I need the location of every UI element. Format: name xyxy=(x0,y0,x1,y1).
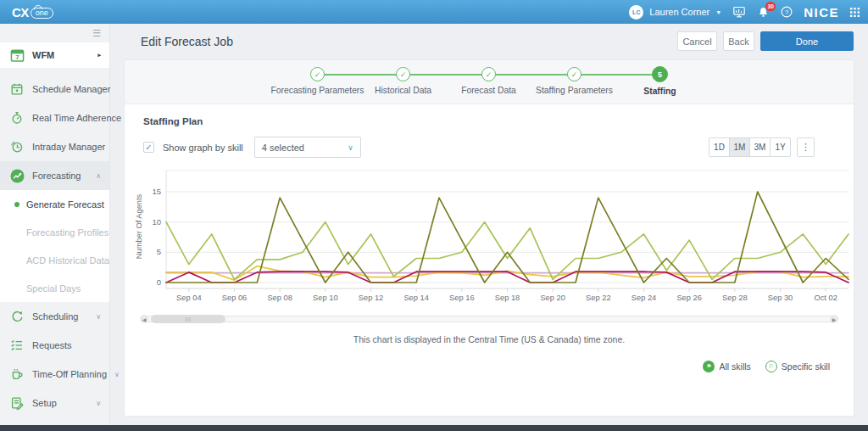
chart-controls: ✓ Show graph by skill 4 selected ∨ 1D1M3… xyxy=(143,137,835,158)
main-content: Edit Forecast Job Cancel Back Done ✓Fore… xyxy=(110,24,868,425)
svg-text:?: ? xyxy=(785,8,789,16)
notifications-bell-icon[interactable]: 30 xyxy=(757,6,770,19)
staffing-chart: 051015Sep 04Sep 06Sep 08Sep 10Sep 12Sep … xyxy=(131,161,847,311)
cancel-button[interactable]: Cancel xyxy=(677,31,717,51)
step-staffing-parameters[interactable]: ✓Staffing Parameters xyxy=(531,67,617,96)
range-button-1m[interactable]: 1M xyxy=(729,137,750,157)
stopwatch-icon xyxy=(10,111,25,126)
flag-icon: ⚐ xyxy=(765,361,777,372)
step-check-icon: ✓ xyxy=(310,67,325,81)
sidebar-item-intraday-manager[interactable]: Intraday Manager xyxy=(0,132,109,161)
range-button-group: 1D1M3M1Y xyxy=(709,137,791,157)
legend-specific-skill[interactable]: ⚐Specific skill xyxy=(765,361,830,372)
page-title: Edit Forecast Job xyxy=(141,35,233,48)
sidebar-item-label: Intraday Manager xyxy=(32,142,105,152)
user-menu[interactable]: LC Lauren Corner ▼ xyxy=(629,5,721,20)
x-tick-label: Sep 08 xyxy=(267,294,292,302)
cxone-logo-one: one xyxy=(31,8,53,19)
step-forecasting-parameters[interactable]: ✓Forecasting Parameters xyxy=(275,67,360,96)
sidebar-item-schedule-manager[interactable]: Schedule Manager xyxy=(0,75,109,104)
active-bullet-icon xyxy=(14,202,19,207)
sidebar-item-label: Schedule Manager xyxy=(32,84,110,94)
range-button-3m[interactable]: 3M xyxy=(749,137,771,157)
sidebar-subitem-generate-forecast[interactable]: Generate Forecast xyxy=(0,190,109,218)
step-label: Forecasting Parameters xyxy=(271,86,364,95)
sidebar-subitem-acd-historical-data[interactable]: ACD Historical Data xyxy=(0,246,109,274)
calendar-icon xyxy=(10,82,25,97)
x-tick-label: Sep 12 xyxy=(359,294,383,302)
dashboard-monitor-icon[interactable] xyxy=(732,5,746,19)
step-staffing[interactable]: 5Staffing xyxy=(617,67,703,96)
flag-icon: ⚑ xyxy=(703,361,715,372)
back-button[interactable]: Back xyxy=(723,31,754,51)
notification-badge: 30 xyxy=(765,2,776,11)
chevron-down-icon: ▼ xyxy=(715,9,721,15)
forecast-job-card: ✓Forecasting Parameters✓Historical Data✓… xyxy=(124,59,854,417)
sidebar-item-scheduling[interactable]: Scheduling∨ xyxy=(0,302,109,331)
bottom-bar xyxy=(0,425,868,431)
sidebar-subitem-label: Generate Forecast xyxy=(26,199,104,210)
sidebar-subitem-label: ACD Historical Data xyxy=(26,255,109,266)
sidebar-item-label: Forecasting xyxy=(32,171,88,181)
sidebar-item-forecasting[interactable]: Forecasting∧ xyxy=(0,161,109,190)
collapse-menu-icon[interactable]: ☰ xyxy=(92,28,101,39)
show-graph-label: Show graph by skill xyxy=(163,143,243,153)
scrollbar-thumb[interactable]: ||| xyxy=(151,315,225,323)
sidebar-item-label: WFM xyxy=(32,50,90,60)
step-check-icon: ✓ xyxy=(567,67,581,81)
clock-icon xyxy=(10,140,25,154)
sidebar-item-label: Setup xyxy=(32,398,88,408)
chevron-down-icon: ∨ xyxy=(114,371,120,378)
y-tick-label: 0 xyxy=(157,277,161,287)
sidebar-item-time-off-planning[interactable]: Time-Off Planning∨ xyxy=(0,360,109,389)
app-grid-icon[interactable] xyxy=(850,8,860,17)
sidebar-item-wfm[interactable]: 7WFM▸ xyxy=(0,42,109,68)
x-tick-label: Sep 18 xyxy=(495,294,520,302)
cxone-logo[interactable]: CX one xyxy=(12,5,53,20)
sidebar-item-setup[interactable]: Setup∨ xyxy=(0,389,109,417)
x-tick-label: Sep 24 xyxy=(632,294,656,302)
sidebar-subitem-forecasting-profiles[interactable]: Forecasting Profiles xyxy=(0,218,109,246)
sidebar-item-requests[interactable]: Requests xyxy=(0,331,109,360)
chart-menu-kebab-icon[interactable]: ⋮ xyxy=(797,137,815,157)
help-icon[interactable]: ? xyxy=(781,6,793,18)
sidebar-item-real-time-adherence[interactable]: Real Time Adherence xyxy=(0,104,109,132)
scrollbar-track[interactable] xyxy=(141,316,837,322)
range-button-1y[interactable]: 1Y xyxy=(770,137,791,157)
range-button-1d[interactable]: 1D xyxy=(709,137,730,157)
chart-scrollbar: ◀ ||| ▶ xyxy=(141,315,837,323)
legend-all-skills[interactable]: ⚑All skills xyxy=(703,361,750,372)
sidebar-subitem-special-days[interactable]: Special Days xyxy=(0,274,109,302)
refresh-icon xyxy=(10,310,25,324)
trend-icon xyxy=(10,169,25,183)
timezone-note: This chart is displayed in the Central T… xyxy=(131,334,847,344)
y-tick-label: 15 xyxy=(152,187,161,196)
scrollbar-right-arrow[interactable]: ▶ xyxy=(830,315,838,323)
user-name: Lauren Corner xyxy=(649,7,709,17)
x-tick-label: Sep 20 xyxy=(540,294,565,302)
cxone-logo-cx: CX xyxy=(12,5,29,20)
chevron-right-icon: ▸ xyxy=(97,52,101,59)
x-tick-label: Sep 14 xyxy=(403,294,428,302)
checklist-icon xyxy=(10,339,25,353)
cup-icon xyxy=(10,367,25,382)
x-tick-label: Sep 26 xyxy=(676,294,701,302)
sidebar-subitem-label: Forecasting Profiles xyxy=(26,227,108,238)
skills-dropdown[interactable]: 4 selected ∨ xyxy=(254,137,361,158)
scrollbar-left-arrow[interactable]: ◀ xyxy=(140,315,148,323)
sidebar-item-label: Time-Off Planning xyxy=(32,369,107,379)
done-button[interactable]: Done xyxy=(760,31,854,51)
chevron-up-icon: ∧ xyxy=(96,172,101,180)
show-graph-checkbox[interactable]: ✓ xyxy=(143,142,154,153)
y-tick-label: 10 xyxy=(152,217,161,227)
step-label: Staffing xyxy=(643,87,676,96)
sidebar: ☰ 7WFM▸Schedule ManagerReal Time Adheren… xyxy=(0,24,110,425)
x-tick-label: Sep 04 xyxy=(176,294,201,302)
step-forecast-data[interactable]: ✓Forecast Data xyxy=(446,67,531,96)
step-historical-data[interactable]: ✓Historical Data xyxy=(360,67,446,96)
sidebar-item-label: Scheduling xyxy=(32,311,88,322)
doc-pencil-icon xyxy=(10,396,25,411)
step-number-badge: 5 xyxy=(652,66,668,82)
sidebar-item-label: Real Time Adherence xyxy=(32,113,121,123)
sidebar-item-label: Requests xyxy=(32,340,103,350)
